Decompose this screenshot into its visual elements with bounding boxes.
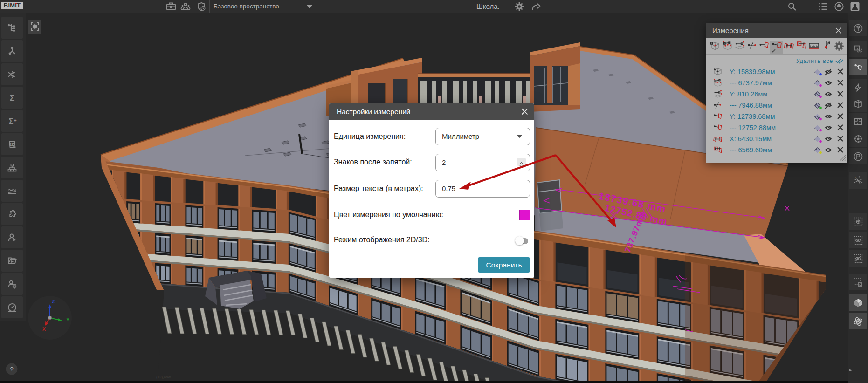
svg-text:Σ: Σ (9, 117, 14, 125)
svg-text:2D: 2D (10, 142, 15, 146)
svg-text:2: 2 (859, 175, 860, 178)
svg-text:Y: Y (66, 317, 69, 322)
svg-text:Z: Z (52, 299, 55, 304)
svg-text:Σ: Σ (10, 94, 14, 103)
svg-text:1: 1 (854, 176, 856, 179)
svg-text:+: + (14, 117, 16, 123)
svg-text:X: X (42, 326, 46, 332)
svg-text:?: ? (10, 366, 13, 373)
svg-text:(12),oow: (12),oow (156, 375, 171, 379)
